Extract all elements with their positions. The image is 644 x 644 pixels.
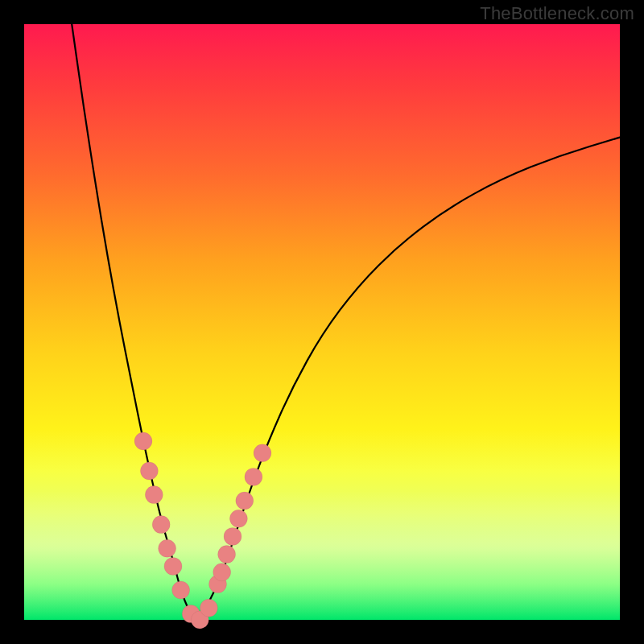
marker-point — [159, 539, 176, 557]
marker-point — [213, 564, 231, 581]
marker-group — [134, 432, 271, 629]
marker-point — [145, 486, 163, 504]
marker-point — [254, 444, 271, 462]
marker-point — [236, 492, 254, 510]
marker-point — [224, 527, 242, 545]
curve-right — [197, 138, 620, 620]
marker-point — [134, 432, 152, 450]
marker-point — [245, 468, 262, 485]
marker-point — [140, 462, 158, 480]
watermark-text: TheBottleneck.com — [480, 3, 634, 24]
marker-point — [200, 599, 217, 617]
plot-area — [24, 24, 620, 620]
marker-point — [218, 546, 236, 564]
marker-point — [229, 510, 247, 527]
chart-frame: TheBottleneck.com — [0, 0, 644, 644]
marker-point — [164, 557, 182, 575]
marker-point — [152, 516, 170, 534]
curve-left — [72, 24, 196, 620]
marker-point — [172, 581, 190, 599]
curve-svg — [24, 24, 620, 620]
